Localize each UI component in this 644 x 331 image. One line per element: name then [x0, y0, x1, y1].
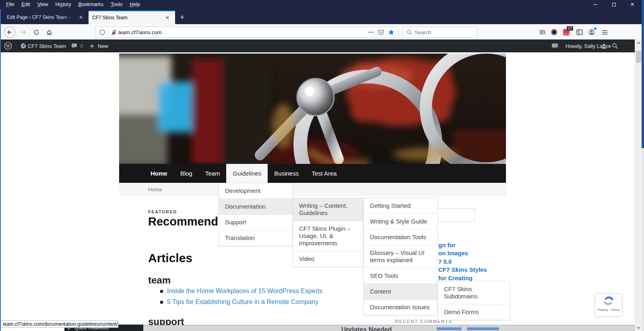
tab-close-icon[interactable]: ✕ — [77, 14, 85, 21]
admin-new-button[interactable]: New — [98, 39, 108, 52]
nav-home[interactable]: Home — [144, 164, 174, 183]
article-link[interactable]: 5 Tips for Establishing Culture in a Rem… — [167, 298, 318, 306]
menu-item-glossary[interactable]: Glossary – Visual UI terms explained — [364, 245, 437, 268]
status-bar-link-preview: team.cf7skins.com/documentation-guidelin… — [0, 320, 118, 328]
page-scrollbar[interactable] — [635, 39, 642, 331]
minimize-button[interactable] — [586, 0, 605, 9]
urlbar-divider — [108, 29, 108, 35]
window-controls: ✕ — [586, 0, 642, 9]
admin-search-icon[interactable] — [612, 39, 618, 52]
comments-count[interactable]: 0 — [80, 39, 83, 52]
background-window-edge — [642, 148, 644, 331]
sidebar-link-fragment[interactable]: on Images — [438, 250, 468, 257]
menu-item-documentation-issues[interactable]: Documentation Issues — [364, 300, 437, 315]
menu-item-writing-content-guidelines[interactable]: Writing – Content, Guidelines — [293, 198, 363, 221]
menu-item-documentation[interactable]: Documentation — [219, 199, 292, 215]
menu-item-cf7-skins-subdomains[interactable]: CF7 Skins Subdomains — [438, 281, 510, 304]
dropdown-writing-guidelines: Getting Started Writing & Style Guide Do… — [363, 198, 438, 315]
site-nav: Home Blog Team Guidelines Business Test … — [119, 164, 506, 183]
menu-view[interactable]: View — [34, 0, 52, 8]
admin-site-name[interactable]: CF7 Skins Team — [28, 39, 66, 52]
clipped-link-fragment — [437, 327, 462, 330]
nav-blog[interactable]: Blog — [174, 164, 199, 183]
articles-heading: Articles — [148, 251, 192, 265]
background-window-strip: Updates Needed — [142, 325, 635, 331]
menu-edit[interactable]: Edit — [18, 0, 34, 8]
close-button[interactable]: ✕ — [623, 0, 642, 9]
list-item: Inside the Home Workplaces of 15 WordPre… — [160, 288, 322, 295]
bookmark-star-icon[interactable] — [388, 29, 394, 35]
tab-edit-page[interactable]: Edit Page ‹ CF7 Skins Team — WordP ✕ — [3, 10, 89, 24]
tab-close-icon[interactable]: ✕ — [163, 14, 171, 21]
home-icon — [46, 29, 52, 35]
new-tab-button[interactable]: + — [175, 10, 189, 24]
scroll-up-icon[interactable] — [635, 39, 642, 46]
menu-history[interactable]: History — [52, 0, 75, 8]
back-button[interactable] — [4, 27, 15, 38]
sidebar-toggle-icon[interactable] — [576, 28, 584, 36]
scrollbar-thumb[interactable] — [636, 51, 641, 63]
menu-item-cf7-skins-plugin[interactable]: CF7 Skins Plugin – Usage, UI, & Improvem… — [293, 221, 363, 251]
maximize-button[interactable] — [605, 0, 623, 9]
window-titlebar: File Edit View History Bookmarks Tools H… — [0, 0, 642, 9]
recaptcha-badge[interactable]: Privacy - Terms — [595, 294, 622, 316]
insecure-lock-icon[interactable] — [111, 29, 117, 35]
featured-kicker: FEATURED — [148, 209, 177, 214]
breadcrumb-home[interactable]: Home — [148, 186, 162, 192]
svg-text:W: W — [6, 43, 10, 49]
menu-help[interactable]: Help — [126, 0, 144, 8]
menu-item-development[interactable]: Development — [219, 183, 292, 199]
recaptcha-icon — [603, 296, 614, 306]
article-link[interactable]: Inside the Home Workplaces of 15 WordPre… — [167, 288, 322, 295]
url-bar[interactable]: team.cf7skins.com — [95, 27, 398, 38]
screen-bubble-icon[interactable] — [551, 39, 558, 52]
clipped-link-fragment — [467, 327, 499, 330]
nav-guidelines[interactable]: Guidelines — [226, 164, 268, 183]
nav-test-area[interactable]: Test Area — [305, 164, 343, 183]
tab-cf7-skins-team[interactable]: CF7 Skins Team ✕ — [89, 10, 175, 24]
menu-tools[interactable]: Tools — [107, 0, 126, 8]
menu-item-writing-style-guide[interactable]: Writing & Style Guide — [364, 214, 437, 230]
pocket-icon[interactable] — [378, 29, 384, 35]
sidebar-link-fragment[interactable]: 7 5.0 — [438, 258, 452, 265]
extension-darkmode-icon[interactable] — [550, 28, 558, 36]
menu-item-translation[interactable]: Translation — [219, 230, 292, 246]
account-icon[interactable] — [588, 28, 596, 36]
forward-button[interactable] — [18, 27, 29, 38]
menu-item-video[interactable]: Video — [293, 251, 363, 267]
menu-item-content[interactable]: Content — [364, 284, 437, 300]
breadcrumb: Home — [119, 183, 506, 196]
account-notification-dot — [594, 27, 597, 30]
nav-team[interactable]: Team — [199, 164, 227, 183]
square-bullet-icon — [160, 301, 163, 304]
menu-item-seo-tools[interactable]: SEO Tools — [364, 268, 437, 284]
nav-business[interactable]: Business — [268, 164, 305, 183]
menu-bookmarks[interactable]: Bookmarks — [75, 0, 107, 8]
square-bullet-icon — [160, 290, 163, 293]
wordpress-logo-icon[interactable]: W — [4, 39, 12, 52]
menu-item-support[interactable]: Support — [219, 215, 292, 230]
library-icon[interactable] — [538, 28, 546, 36]
plus-icon[interactable] — [89, 39, 95, 52]
tracking-shield-icon[interactable] — [99, 29, 105, 35]
sidebar-link-fragment[interactable]: CF7 Skins Styles — [438, 266, 487, 273]
menu-item-getting-started[interactable]: Getting Started — [364, 198, 437, 214]
scroll-down-icon[interactable] — [635, 324, 642, 331]
extension-notifier-icon[interactable]: 17 — [562, 28, 570, 36]
reload-button[interactable] — [31, 27, 42, 38]
list-item: 5 Tips for Establishing Culture in a Rem… — [160, 298, 322, 306]
recaptcha-privacy-terms[interactable]: Privacy - Terms — [595, 308, 622, 312]
sidebar-link-fragment[interactable]: gn for — [438, 242, 456, 248]
admin-avatar-icon[interactable] — [601, 39, 607, 52]
search-bar[interactable]: Search — [402, 27, 477, 38]
search-placeholder: Search — [415, 29, 431, 35]
menu-file[interactable]: File — [2, 0, 18, 8]
page-actions-icon[interactable] — [368, 31, 374, 33]
menu-item-demo-forms[interactable]: Demo Forms — [438, 304, 510, 320]
menu-item-documentation-tools[interactable]: Documentation Tools — [364, 230, 437, 245]
reload-icon — [33, 29, 39, 35]
home-button[interactable] — [43, 27, 55, 38]
sidebar-link-fragment[interactable]: for Creating — [438, 275, 473, 281]
hamburger-menu-icon[interactable] — [601, 28, 609, 36]
comments-bubble-icon[interactable] — [71, 39, 77, 52]
